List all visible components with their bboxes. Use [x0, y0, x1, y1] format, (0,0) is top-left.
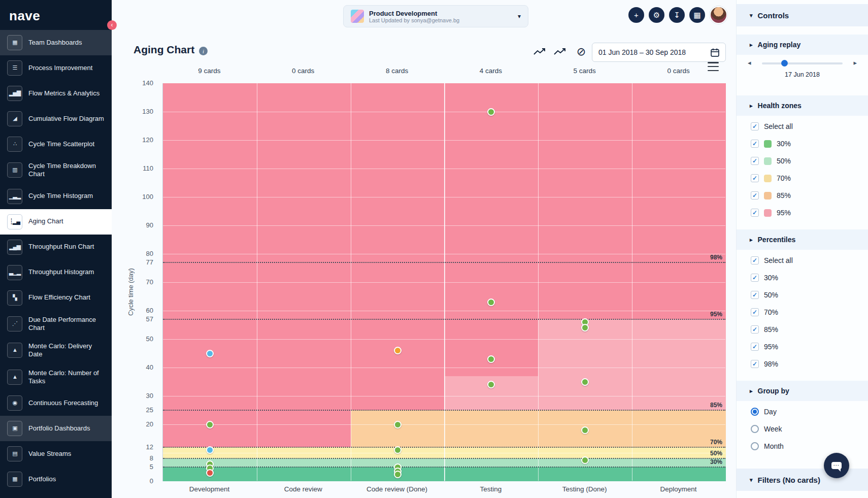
- radio-icon[interactable]: [751, 408, 759, 416]
- checkbox-row-health-zone-30[interactable]: ✓30%: [737, 135, 868, 152]
- info-icon[interactable]: i: [199, 47, 208, 55]
- sidebar-item-throughput-run-chart[interactable]: ▂▄▆Throughput Run Chart: [0, 235, 112, 260]
- checkbox-icon[interactable]: ✓: [751, 308, 759, 316]
- group-by-option-day[interactable]: Day: [737, 403, 868, 420]
- sidebar-item-portfolios[interactable]: ▦Portfolios: [0, 467, 112, 492]
- checkbox-row-health-zone-70[interactable]: ✓70%: [737, 170, 868, 187]
- checkbox-label: Select all: [764, 122, 793, 130]
- group-by-header[interactable]: ▸ Group by: [737, 381, 868, 401]
- health-zones-list: ✓Select all✓30%✓50%✓70%✓85%✓95%: [737, 116, 868, 221]
- trend-line-toggle-1[interactable]: [531, 44, 548, 60]
- date-range-picker[interactable]: 01 Jun 2018 – 30 Sep 2018: [592, 43, 726, 62]
- sidebar-item-aging-chart[interactable]: ┆▂▄Aging Chart: [0, 209, 112, 235]
- sidebar-item-cycle-time-histogram[interactable]: ▁▃▂Cycle Time Histogram: [0, 184, 112, 209]
- sidebar-item-flow-efficiency-chart[interactable]: ▚Flow Efficiency Chart: [0, 285, 112, 311]
- replay-step-back-button[interactable]: ◂: [748, 59, 751, 67]
- sidebar-item-due-date-performance-chart[interactable]: ⋰Due Date Performance Chart: [0, 311, 112, 338]
- download-button[interactable]: ↧: [669, 7, 685, 23]
- checkbox-icon[interactable]: ✓: [751, 174, 759, 182]
- radio-icon[interactable]: [751, 425, 759, 433]
- stage-labels-row: DevelopmentCode reviewCode review (Done)…: [162, 485, 725, 493]
- sidebar-item-label: Monte Carlo: Number of Tasks: [28, 369, 107, 386]
- checkbox-row-percentile-98[interactable]: ✓98%: [737, 355, 868, 373]
- checkbox-row-health-zone-85[interactable]: ✓85%: [737, 187, 868, 204]
- checkbox-row-percentile-70[interactable]: ✓70%: [737, 304, 868, 321]
- board-selector[interactable]: Product Development Last Updated by sony…: [343, 5, 528, 27]
- card-dot[interactable]: [394, 347, 402, 354]
- card-dot[interactable]: [394, 421, 402, 428]
- checkbox-row-percentile-30[interactable]: ✓30%: [737, 269, 868, 286]
- y-tick-label: 8: [112, 454, 156, 462]
- controls-header[interactable]: ▾ Controls: [737, 4, 868, 26]
- chat-button[interactable]: ···: [824, 453, 849, 478]
- sidebar-item-process-improvement[interactable]: ☰Process Improvement: [0, 55, 112, 81]
- sidebar-collapse-button[interactable]: ‹: [107, 20, 117, 30]
- checkbox-icon[interactable]: ✓: [751, 291, 759, 299]
- checkbox-row-percentiles-select-all[interactable]: ✓Select all: [737, 252, 868, 269]
- replay-step-forward-button[interactable]: ▸: [853, 59, 857, 67]
- card-dot[interactable]: [206, 446, 214, 454]
- checkbox-icon[interactable]: ✓: [751, 122, 759, 130]
- replay-slider-track[interactable]: [762, 62, 843, 64]
- checkbox-icon[interactable]: ✓: [751, 274, 759, 282]
- percentiles-header[interactable]: ▸ Percentiles: [737, 229, 868, 250]
- checkbox-icon[interactable]: ✓: [751, 157, 759, 165]
- checkbox-icon[interactable]: ✓: [751, 360, 759, 368]
- checkbox-row-health-zones-select-all[interactable]: ✓Select all: [737, 118, 868, 135]
- continuous-forecasting-icon: ◉: [7, 395, 22, 411]
- controls-panel: ▾ Controls ▸ Aging replay ◂ ▸ 17 Jun 201…: [736, 0, 868, 498]
- controls-title: Controls: [758, 11, 789, 20]
- replay-slider-knob[interactable]: [781, 60, 788, 67]
- caret-down-icon: ▾: [750, 12, 753, 19]
- checkbox-icon[interactable]: ✓: [751, 256, 759, 264]
- trend-line-toggle-2[interactable]: [551, 44, 569, 60]
- checkbox-icon[interactable]: ✓: [751, 209, 759, 217]
- settings-button[interactable]: ⚙: [649, 7, 664, 23]
- checkbox-label: 85%: [777, 191, 791, 200]
- sidebar-item-throughput-histogram[interactable]: ▃▁▂Throughput Histogram: [0, 260, 112, 285]
- caret-down-icon: ▾: [750, 477, 753, 483]
- checkbox-row-percentile-95[interactable]: ✓95%: [737, 338, 868, 355]
- group-by-option-month[interactable]: Month: [737, 438, 868, 455]
- sidebar-item-portfolio-dashboards[interactable]: ▣Portfolio Dashboards: [0, 416, 112, 441]
- card-dot[interactable]: [581, 426, 589, 434]
- radio-icon[interactable]: [751, 442, 759, 450]
- checkbox-icon[interactable]: ✓: [751, 140, 759, 148]
- card-dot[interactable]: [394, 471, 402, 478]
- checkbox-row-percentile-50[interactable]: ✓50%: [737, 286, 868, 304]
- card-dot[interactable]: [394, 446, 402, 454]
- sidebar-item-label: Continuous Forecasting: [28, 399, 98, 407]
- sidebar-item-monte-carlo-number-of-tasks[interactable]: ▲Monte Carlo: Number of Tasks: [0, 364, 112, 391]
- checkbox-icon[interactable]: ✓: [751, 191, 759, 200]
- card-dot[interactable]: [206, 421, 214, 428]
- filters-header[interactable]: ▾ Filters (No cards): [737, 469, 868, 491]
- sidebar-item-continuous-forecasting[interactable]: ◉Continuous Forecasting: [0, 390, 112, 416]
- sidebar-item-monte-carlo-delivery-date[interactable]: ▲Monte Carlo: Delivery Date: [0, 337, 112, 364]
- card-dot[interactable]: [581, 456, 589, 464]
- card-dot[interactable]: [206, 469, 214, 477]
- group-by-option-week[interactable]: Week: [737, 420, 868, 438]
- card-count: 4 cards: [444, 67, 538, 78]
- board-subtitle: Last Updated by sonya@getnave.bg: [369, 17, 459, 23]
- sidebar-item-team-dashboards[interactable]: ▦Team Dashboards: [0, 30, 112, 55]
- apps-button[interactable]: ▦: [689, 7, 705, 23]
- sidebar-item-value-streams[interactable]: ▤Value Streams: [0, 441, 112, 467]
- user-avatar[interactable]: [710, 6, 727, 24]
- add-button[interactable]: +: [628, 7, 644, 23]
- card-dot[interactable]: [487, 108, 495, 116]
- sidebar-item-flow-metrics-analytics[interactable]: ▂▅▇Flow Metrics & Analytics: [0, 81, 112, 106]
- aging-replay-header[interactable]: ▸ Aging replay: [737, 35, 868, 55]
- sidebar-item-cycle-time-breakdown-chart[interactable]: ▥Cycle Time Breakdown Chart: [0, 157, 112, 184]
- checkbox-row-health-zone-50[interactable]: ✓50%: [737, 152, 868, 170]
- percentile-line-70%: [163, 447, 725, 448]
- sidebar-item-cumulative-flow-diagram[interactable]: ◢Cumulative Flow Diagram: [0, 106, 112, 131]
- health-zones-header[interactable]: ▸ Health zones: [737, 95, 868, 116]
- checkbox-row-health-zone-95[interactable]: ✓95%: [737, 204, 868, 221]
- checkbox-icon[interactable]: ✓: [751, 343, 759, 351]
- checkbox-row-percentile-85[interactable]: ✓85%: [737, 321, 868, 338]
- exclude-toggle[interactable]: ⊘: [573, 44, 590, 60]
- sidebar-item-cycle-time-scatterplot[interactable]: ∴Cycle Time Scatterplot: [0, 131, 112, 157]
- card-dot[interactable]: [581, 378, 589, 386]
- card-dot[interactable]: [206, 350, 214, 357]
- checkbox-icon[interactable]: ✓: [751, 325, 759, 334]
